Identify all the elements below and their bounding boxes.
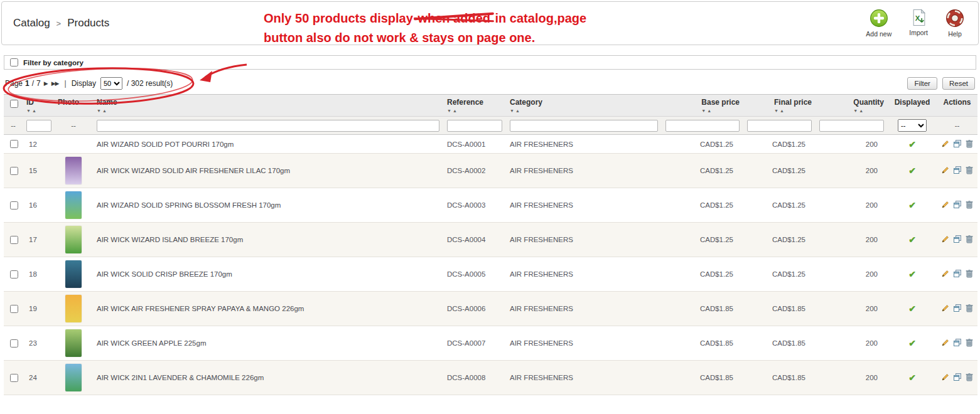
import-button[interactable]: X Import [909, 9, 928, 38]
product-quantity: 200 [816, 223, 888, 257]
displayed-check-icon[interactable]: ✔ [908, 235, 916, 245]
row-checkbox[interactable] [10, 270, 18, 279]
product-row[interactable]: 17 AIR WICK WIZARD ISLAND BREEZE 170gm D… [4, 223, 977, 257]
product-quantity: 200 [816, 135, 888, 154]
column-header-name[interactable]: Name ▼▲ [93, 95, 443, 117]
edit-icon[interactable] [941, 304, 950, 314]
delete-icon[interactable] [965, 269, 974, 279]
last-page-icon[interactable]: ▶▶ [51, 80, 59, 87]
product-row[interactable]: 19 AIR WICK AIR FRESHENER SPRAY PAPAYA &… [4, 292, 977, 326]
column-header-reference[interactable]: Reference ▼▲ [443, 95, 506, 117]
display-count-select[interactable]: 50 [100, 77, 122, 90]
column-header-category[interactable]: Category ▼▲ [506, 95, 662, 117]
select-all-checkbox[interactable] [10, 100, 18, 108]
edit-icon[interactable] [941, 139, 950, 149]
filter-category-input[interactable] [510, 120, 658, 132]
edit-icon[interactable] [941, 235, 950, 245]
displayed-check-icon[interactable]: ✔ [908, 269, 916, 279]
filter-final-price-input[interactable] [747, 120, 812, 132]
filter-base-price-input[interactable] [665, 120, 740, 132]
sort-icons[interactable]: ▼▲ [97, 109, 117, 113]
next-page-icon[interactable]: ▶ [44, 80, 48, 87]
displayed-check-icon[interactable]: ✔ [908, 304, 916, 314]
edit-icon[interactable] [941, 166, 950, 176]
edit-icon[interactable] [941, 200, 950, 210]
add-new-button[interactable]: Add new [866, 9, 891, 38]
product-name[interactable]: AIR WIZARD SOLID POT POURRI 170gm [93, 135, 443, 154]
product-id: 23 [23, 326, 54, 361]
edit-icon[interactable] [941, 373, 950, 383]
duplicate-icon[interactable] [953, 139, 962, 149]
duplicate-icon[interactable] [953, 235, 962, 245]
sort-icons[interactable]: ▼▲ [701, 109, 740, 113]
column-header-base-price[interactable]: Base price ▼▲ [662, 95, 743, 117]
product-row[interactable]: 15 AIR WICK WIZARD SOLID AIR FRESHENER L… [4, 154, 977, 188]
row-checkbox[interactable] [10, 140, 18, 148]
product-row[interactable]: 23 AIR WICK GREEN APPLE 225gm DCS-A0007 … [4, 326, 977, 361]
total-pages: 7 [36, 79, 41, 88]
product-name[interactable]: AIR WICK GREEN APPLE 225gm [93, 326, 443, 361]
column-header-quantity[interactable]: Quantity ▼▲ [816, 95, 888, 117]
delete-icon[interactable] [965, 304, 974, 314]
product-name[interactable]: AIR WICK 2IN1 LAVENDER & CHAMOMILE 226gm [93, 361, 443, 395]
column-header-final-price[interactable]: Final price ▼▲ [743, 95, 816, 117]
pager-divider: | [65, 79, 67, 88]
duplicate-icon[interactable] [953, 373, 962, 383]
delete-icon[interactable] [965, 338, 974, 348]
delete-icon[interactable] [965, 373, 974, 383]
row-checkbox[interactable] [10, 339, 18, 348]
breadcrumb-products[interactable]: Products [67, 17, 109, 29]
reset-button[interactable]: Reset [942, 77, 975, 90]
product-category: AIR FRESHENERS [506, 257, 662, 292]
row-checkbox[interactable] [10, 201, 18, 210]
product-row[interactable]: 18 AIR WICK SOLID CRISP BREEZE 170gm DCS… [4, 257, 977, 292]
breadcrumb-catalog[interactable]: Catalog [13, 17, 50, 29]
filter-button[interactable]: Filter [907, 77, 937, 90]
column-header-id[interactable]: ID ▼▲ [23, 95, 54, 117]
filter-by-category-bar: Filter by category [4, 55, 976, 70]
displayed-check-icon[interactable]: ✔ [908, 200, 916, 210]
displayed-check-icon[interactable]: ✔ [908, 166, 916, 176]
product-name[interactable]: AIR WICK AIR FRESHENER SPRAY PAPAYA & MA… [93, 292, 443, 326]
svg-text:X: X [915, 14, 920, 22]
help-button[interactable]: Help [945, 9, 964, 38]
row-checkbox[interactable] [10, 374, 18, 382]
duplicate-icon[interactable] [953, 269, 962, 279]
filter-reference-input[interactable] [447, 120, 502, 132]
displayed-check-icon[interactable]: ✔ [908, 338, 916, 348]
product-name[interactable]: AIR WIZARD SOLID SPRING BLOSSOM FRESH 17… [93, 188, 443, 223]
edit-icon[interactable] [941, 338, 950, 348]
row-checkbox[interactable] [10, 236, 18, 244]
product-row[interactable]: 16 AIR WIZARD SOLID SPRING BLOSSOM FRESH… [4, 188, 977, 223]
product-row[interactable]: 24 AIR WICK 2IN1 LAVENDER & CHAMOMILE 22… [4, 361, 977, 395]
sort-icons[interactable]: ▼▲ [26, 109, 38, 113]
filter-quantity-input[interactable] [819, 120, 884, 132]
delete-icon[interactable] [965, 235, 974, 245]
delete-icon[interactable] [965, 200, 974, 210]
duplicate-icon[interactable] [953, 200, 962, 210]
sort-icons[interactable]: ▼▲ [510, 109, 542, 113]
duplicate-icon[interactable] [953, 338, 962, 348]
product-name[interactable]: AIR WICK SOLID CRISP BREEZE 170gm [93, 257, 443, 292]
displayed-check-icon[interactable]: ✔ [908, 373, 916, 383]
sort-icons[interactable]: ▼▲ [853, 109, 884, 113]
sort-icons[interactable]: ▼▲ [447, 109, 483, 113]
filter-by-category-checkbox[interactable] [10, 58, 18, 66]
displayed-check-icon[interactable]: ✔ [908, 139, 916, 149]
duplicate-icon[interactable] [953, 166, 962, 176]
filter-displayed-select[interactable]: -- [898, 119, 927, 132]
row-checkbox[interactable] [10, 305, 18, 313]
edit-icon[interactable] [941, 269, 950, 279]
annotation-line-2: button also do not work & stays on page … [264, 28, 586, 48]
sort-icons[interactable]: ▼▲ [774, 109, 812, 113]
row-checkbox[interactable] [10, 167, 18, 175]
filter-id-input[interactable] [26, 120, 51, 132]
filter-name-input[interactable] [97, 120, 439, 132]
product-row[interactable]: 12 AIR WIZARD SOLID POT POURRI 170gm DCS… [4, 135, 977, 154]
delete-icon[interactable] [965, 166, 974, 176]
product-name[interactable]: AIR WICK WIZARD ISLAND BREEZE 170gm [93, 223, 443, 257]
duplicate-icon[interactable] [953, 304, 962, 314]
delete-icon[interactable] [965, 139, 974, 149]
product-name[interactable]: AIR WICK WIZARD SOLID AIR FRESHENER LILA… [93, 154, 443, 188]
product-category: AIR FRESHENERS [506, 135, 662, 154]
